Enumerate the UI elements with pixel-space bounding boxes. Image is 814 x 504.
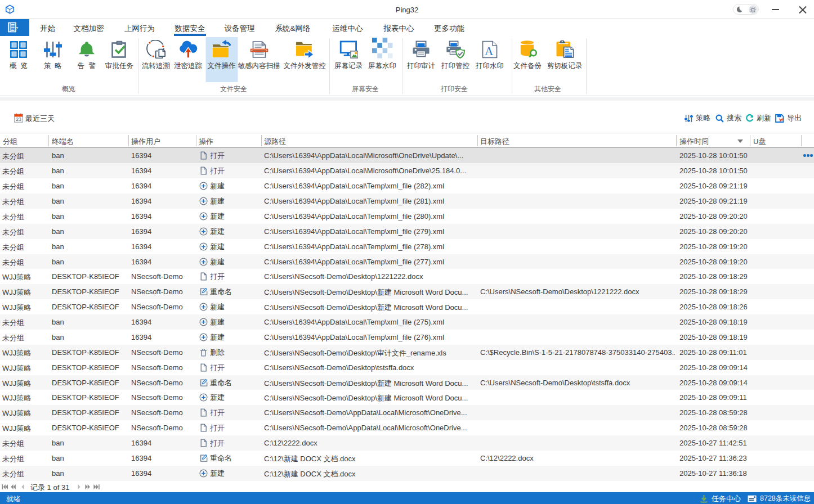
svg-text:A: A bbox=[485, 44, 494, 58]
svg-text:23: 23 bbox=[16, 116, 21, 122]
